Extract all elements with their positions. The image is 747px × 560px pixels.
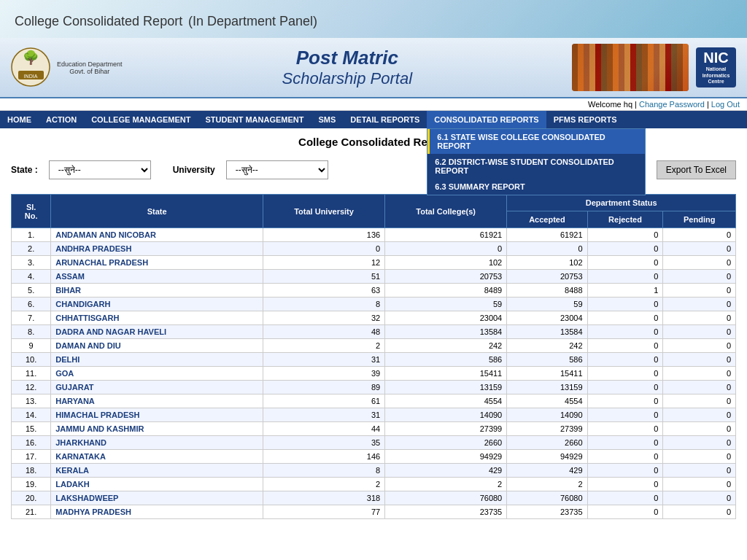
cell-total-colleges: 76080 [385,491,507,505]
cell-sl: 14. [12,408,51,422]
cell-rejected: 0 [587,394,663,408]
cell-accepted: 2 [507,478,587,491]
cell-state[interactable]: JAMMU AND KASHMIR [51,422,263,436]
cell-state[interactable]: KERALA [51,464,263,478]
cell-state[interactable]: HARYANA [51,394,263,408]
state-select[interactable]: --सुने-- [49,160,151,179]
table-row: 11. GOA 39 15411 15411 0 0 [12,367,736,381]
cell-pending: 0 [663,505,736,519]
cell-state[interactable]: ASSAM [51,270,263,284]
edu-dept-label: Education Department Govt. of Bihar [57,61,123,75]
nav-student-management[interactable]: STUDENT MANAGEMENT [198,111,311,128]
change-password-link[interactable]: Change Password [639,100,705,109]
nav-sms[interactable]: SMS [311,111,344,128]
cell-accepted: 0 [507,242,587,256]
cell-total-colleges: 13584 [385,325,507,339]
cell-total-university: 31 [263,408,384,422]
cell-total-university: 8 [263,464,384,478]
cell-accepted: 76080 [507,491,587,505]
cell-sl: 18. [12,464,51,478]
cell-state[interactable]: LADAKH [51,478,263,491]
nic-logo: NIC NationalInformaticsCentre [696,47,736,88]
cell-pending: 0 [663,394,736,408]
cell-total-university: 318 [263,491,384,505]
cell-state[interactable]: ARUNACHAL PRADESH [51,256,263,270]
cell-pending: 0 [663,491,736,505]
cell-pending: 0 [663,256,736,270]
nav-bar: HOME ACTION COLLEGE MANAGEMENT STUDENT M… [0,111,747,128]
cell-total-university: 2 [263,339,384,353]
cell-state[interactable]: DADRA AND NAGAR HAVELI [51,325,263,339]
nav-college-management[interactable]: COLLEGE MANAGEMENT [84,111,198,128]
cell-state[interactable]: GOA [51,367,263,381]
nav-home[interactable]: HOME [0,111,39,128]
dropdown-item-2[interactable]: 6.2 DISTRICT-WISE STUDENT CONSOLIDATED R… [427,154,645,179]
university-select[interactable]: --सुने-- [226,160,328,179]
nav-consolidated-reports[interactable]: CONSOLIDATED REPORTS 6.1 STATE WISE COLL… [427,111,546,128]
emblem-icon: 🌳 INDIA [11,47,51,88]
nav-detail-reports[interactable]: DETAIL REPORTS [343,111,427,128]
cell-state[interactable]: ANDAMAN AND NICOBAR [51,228,263,242]
cell-total-university: 89 [263,381,384,394]
cell-total-colleges: 15411 [385,367,507,381]
export-button[interactable]: Export To Excel [657,160,736,179]
cell-accepted: 23004 [507,311,587,325]
table-row: 4. ASSAM 51 20753 20753 0 0 [12,270,736,284]
cell-state[interactable]: CHHATTISGARH [51,311,263,325]
cell-accepted: 13159 [507,381,587,394]
cell-total-colleges: 59 [385,298,507,311]
cell-state[interactable]: MADHYA PRADESH [51,505,263,519]
col-rejected: Rejected [587,211,663,228]
table-row: 16. JHARKHAND 35 2660 2660 0 0 [12,436,736,450]
cell-state[interactable]: LAKSHADWEEP [51,491,263,505]
nav-consolidated-label[interactable]: CONSOLIDATED REPORTS [427,111,546,128]
cell-sl: 1. [12,228,51,242]
cell-pending: 0 [663,325,736,339]
header-section: 🌳 INDIA Education Department Govt. of Bi… [0,38,747,98]
cell-rejected: 0 [587,381,663,394]
dropdown-item-3[interactable]: 6.3 SUMMARY REPORT [427,179,645,195]
dropdown-item-1[interactable]: 6.1 STATE WISE COLLEGE CONSOLIDATED REPO… [427,129,645,154]
cell-total-colleges: 20753 [385,270,507,284]
cell-pending: 0 [663,478,736,491]
cell-state[interactable]: CHANDIGARH [51,298,263,311]
cell-total-colleges: 14090 [385,408,507,422]
table-row: 20. LAKSHADWEEP 318 76080 76080 0 0 [12,491,736,505]
cell-pending: 0 [663,367,736,381]
logout-link[interactable]: Log Out [711,100,740,109]
cell-state[interactable]: DAMAN AND DIU [51,339,263,353]
cell-sl: 17. [12,450,51,464]
nav-action[interactable]: ACTION [39,111,84,128]
cell-sl: 20. [12,491,51,505]
cell-sl: 9 [12,339,51,353]
cell-pending: 0 [663,408,736,422]
cell-accepted: 4554 [507,394,587,408]
cell-accepted: 429 [507,464,587,478]
table-row: 21. MADHYA PRADESH 77 23735 23735 0 0 [12,505,736,519]
cell-state[interactable]: KARNATAKA [51,450,263,464]
cell-sl: 12. [12,381,51,394]
nav-pfms-reports[interactable]: PFMS REPORTS [546,111,624,128]
cell-accepted: 23735 [507,505,587,519]
table-row: 13. HARYANA 61 4554 4554 0 0 [12,394,736,408]
table-row: 10. DELHI 31 586 586 0 0 [12,353,736,367]
cell-pending: 0 [663,422,736,436]
cell-accepted: 14090 [507,408,587,422]
cell-total-colleges: 102 [385,256,507,270]
cell-state[interactable]: GUJARAT [51,381,263,394]
cell-state[interactable]: DELHI [51,353,263,367]
cell-state[interactable]: ANDHRA PRADESH [51,242,263,256]
table-row: 15. JAMMU AND KASHMIR 44 27399 27399 0 0 [12,422,736,436]
cell-pending: 0 [663,298,736,311]
cell-rejected: 0 [587,256,663,270]
cell-accepted: 586 [507,353,587,367]
table-row: 19. LADAKH 2 2 2 0 0 [12,478,736,491]
cell-pending: 0 [663,464,736,478]
cell-state[interactable]: HIMACHAL PRADESH [51,408,263,422]
cell-total-colleges: 23735 [385,505,507,519]
cell-pending: 0 [663,242,736,256]
cell-total-university: 39 [263,367,384,381]
table-row: 3. ARUNACHAL PRADESH 12 102 102 0 0 [12,256,736,270]
cell-state[interactable]: JHARKHAND [51,436,263,450]
cell-state[interactable]: BIHAR [51,284,263,298]
